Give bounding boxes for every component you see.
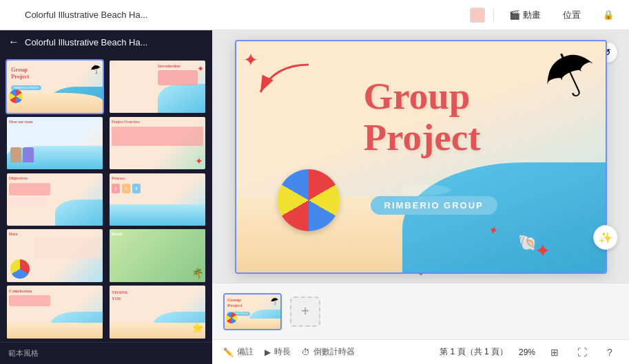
sidebar: ← Colorful Illustrative Beach Ha... Grou… — [0, 30, 212, 364]
toolbar: ← Colorful Illustrative Beach Ha... 🎬 動畫… — [0, 0, 629, 30]
film-1-title: GroupProject — [227, 297, 243, 309]
toolbar-left: ← Colorful Illustrative Beach Ha... — [8, 9, 462, 21]
shell-icon: 🐚 — [518, 234, 537, 252]
filmstrip: GroupProject RIMBERIO GROUP ☂ 1 + — [212, 283, 629, 339]
thumb-6-title: Process — [112, 176, 125, 180]
sidebar-header: ← Colorful Illustrative Beach Ha... — [0, 30, 212, 54]
timer-button[interactable]: ⏱ 倒數計時器 — [302, 346, 355, 358]
slide-main-title: Group Project — [364, 76, 481, 159]
thumb-2-star: ✦ — [197, 64, 204, 74]
slide-canvas-7: Data — [7, 229, 103, 281]
sidebar-back-button[interactable]: ← — [8, 36, 19, 48]
beach-ball — [278, 169, 340, 231]
thumb-5-title: Objectives — [9, 176, 28, 180]
slide-canvas-3: Meet our team — [7, 117, 103, 169]
document-title: Colorful Illustrative Beach Ha... — [25, 10, 147, 20]
slide-thumb-5[interactable]: Objectives — [6, 172, 104, 227]
thumb-8-title: Result — [112, 232, 123, 236]
slide-thumb-2[interactable]: Introduction ✦ — [108, 59, 207, 114]
main-slide-display: Group Project RIMBERIO GROUP ☂ ✦ ✦ ✦ 🐚 — [235, 40, 607, 274]
film-thumb-1[interactable]: GroupProject RIMBERIO GROUP ☂ 1 — [223, 293, 282, 330]
svg-point-1 — [402, 184, 451, 195]
slide-thumb-3[interactable]: Meet our team — [6, 116, 104, 171]
slide-thumb-9[interactable]: Conclusion — [6, 284, 104, 339]
umbrella-icon: ☂ — [532, 41, 605, 116]
add-slide-button[interactable]: + — [290, 297, 320, 327]
thumb-10-decor: ⭐ — [192, 322, 203, 333]
thumb-4-title: Project Overview — [112, 120, 140, 124]
thumb-4-star: ✦ — [195, 156, 203, 167]
divider — [493, 8, 494, 22]
animate-button[interactable]: 🎬 動畫 — [502, 6, 548, 24]
film-1-ball — [226, 312, 237, 323]
thumb-7-title: Data — [9, 232, 17, 236]
slide-thumb-6[interactable]: Process 1 2 3 — [108, 172, 207, 227]
slide-canvas-1: GroupProject RIMBERIO GROUP ☂ — [7, 61, 103, 113]
slide-canvas-8: Result 🌴 — [110, 229, 205, 281]
thumb-9-title: Conclusion — [9, 288, 32, 294]
color-swatch[interactable] — [470, 8, 485, 23]
slide-canvas-4: Project Overview ✦ — [110, 117, 205, 169]
duration-icon: ▶ — [265, 347, 271, 357]
thumb-3-title: Meet our team — [9, 120, 32, 124]
position-button[interactable]: 位置 — [556, 6, 588, 24]
thumb-2-title: Introduction — [158, 64, 181, 68]
magic-button[interactable]: ✨ — [593, 225, 618, 250]
canvas-area: ↺ — [212, 30, 629, 283]
slide-thumb-10[interactable]: THANKYOU ⭐ — [108, 284, 207, 339]
thumb-1-title: GroupProject — [11, 66, 29, 80]
thumb-10-title: THANKYOU — [112, 290, 128, 301]
slides-grid: GroupProject RIMBERIO GROUP ☂ Introducti… — [0, 54, 212, 342]
starfish-top-left: ✦ — [243, 50, 258, 71]
main-content: ← Colorful Illustrative Beach Ha... Grou… — [0, 30, 629, 364]
thumb-2-box — [158, 70, 198, 85]
slide-canvas-10: THANKYOU ⭐ — [110, 286, 205, 338]
annotate-icon: ✏️ — [223, 347, 234, 357]
sidebar-footer: 範本風格 — [0, 342, 212, 364]
film-1-umbrella: ☂ — [269, 295, 280, 307]
slide-canvas-5: Objectives — [7, 173, 103, 226]
lock-button[interactable]: 🔒 — [596, 7, 621, 23]
annotate-button[interactable]: ✏️ 備註 — [223, 346, 254, 358]
zoom-level: 29% — [519, 347, 535, 357]
duration-button[interactable]: ▶ 時長 — [265, 346, 291, 358]
fullscreen-button[interactable]: ⛶ — [574, 344, 590, 361]
slide-canvas-6: Process 1 2 3 — [110, 173, 205, 226]
slide-thumb-4[interactable]: Project Overview ✦ — [108, 116, 207, 171]
slide-canvas-2: Introduction ✦ — [110, 61, 205, 113]
film-slide-canvas-1: GroupProject RIMBERIO GROUP ☂ — [225, 295, 280, 329]
slide-canvas-9: Conclusion — [7, 286, 103, 338]
timer-icon: ⏱ — [302, 347, 310, 357]
slide-thumb-7[interactable]: Data — [6, 228, 104, 283]
slide-thumb-1[interactable]: GroupProject RIMBERIO GROUP ☂ — [6, 59, 104, 114]
thumb-8-decor: 🌴 — [192, 268, 203, 279]
animate-icon: 🎬 — [509, 10, 520, 20]
thumb-1-umbrella: ☂ — [88, 61, 103, 78]
help-button[interactable]: ? — [601, 344, 618, 361]
dropdown-arrow[interactable]: ⌄ — [417, 266, 425, 277]
status-bar: ✏️ 備註 ▶ 時長 ⏱ 倒數計時器 第 1 頁（共 1 頁） 29% ⊞ ⛶ … — [212, 339, 629, 364]
page-info: 第 1 頁（共 1 頁） — [440, 346, 508, 358]
back-button[interactable]: ← — [8, 9, 19, 21]
grid-view-button[interactable]: ⊞ — [546, 344, 563, 361]
water-area — [402, 162, 606, 272]
right-area: ↺ — [212, 30, 629, 364]
lock-icon: 🔒 — [603, 10, 614, 20]
main-slide-canvas: Group Project RIMBERIO GROUP ☂ ✦ ✦ ✦ 🐚 — [236, 41, 606, 272]
sidebar-title: Colorful Illustrative Beach Ha... — [25, 37, 204, 47]
slide-subtitle-badge: RIMBERIO GROUP — [371, 196, 497, 215]
slide-thumb-8[interactable]: Result 🌴 — [108, 228, 207, 283]
